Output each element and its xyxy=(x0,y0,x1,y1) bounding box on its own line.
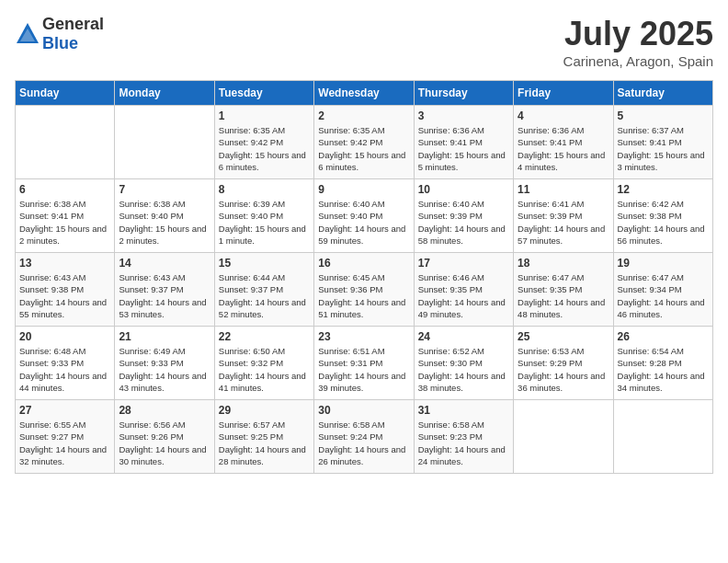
day-number: 12 xyxy=(618,183,709,196)
calendar-cell xyxy=(16,106,115,179)
calendar-cell: 2Sunrise: 6:35 AM Sunset: 9:42 PM Daylig… xyxy=(314,106,414,179)
day-info: Sunrise: 6:49 AM Sunset: 9:33 PM Dayligh… xyxy=(119,345,210,394)
calendar-cell: 16Sunrise: 6:45 AM Sunset: 9:36 PM Dayli… xyxy=(314,253,414,327)
day-info: Sunrise: 6:41 AM Sunset: 9:39 PM Dayligh… xyxy=(518,198,609,247)
day-number: 13 xyxy=(19,257,110,270)
calendar-cell: 29Sunrise: 6:57 AM Sunset: 9:25 PM Dayli… xyxy=(214,400,313,474)
day-number: 31 xyxy=(418,404,509,417)
calendar-week-row: 20Sunrise: 6:48 AM Sunset: 9:33 PM Dayli… xyxy=(16,327,713,400)
calendar-cell: 23Sunrise: 6:51 AM Sunset: 9:31 PM Dayli… xyxy=(314,327,414,400)
calendar-cell: 31Sunrise: 6:58 AM Sunset: 9:23 PM Dayli… xyxy=(414,400,513,474)
day-info: Sunrise: 6:36 AM Sunset: 9:41 PM Dayligh… xyxy=(418,124,509,173)
calendar-week-row: 27Sunrise: 6:55 AM Sunset: 9:27 PM Dayli… xyxy=(16,400,713,474)
day-number: 22 xyxy=(219,330,310,343)
day-info: Sunrise: 6:46 AM Sunset: 9:35 PM Dayligh… xyxy=(418,271,509,320)
day-number: 11 xyxy=(518,183,609,196)
day-info: Sunrise: 6:58 AM Sunset: 9:24 PM Dayligh… xyxy=(318,419,409,467)
day-info: Sunrise: 6:42 AM Sunset: 9:38 PM Dayligh… xyxy=(618,198,709,247)
calendar-cell: 12Sunrise: 6:42 AM Sunset: 9:38 PM Dayli… xyxy=(613,179,712,253)
calendar-cell: 27Sunrise: 6:55 AM Sunset: 9:27 PM Dayli… xyxy=(16,400,115,474)
day-info: Sunrise: 6:55 AM Sunset: 9:27 PM Dayligh… xyxy=(19,419,110,467)
calendar-cell xyxy=(514,400,613,474)
calendar-cell: 18Sunrise: 6:47 AM Sunset: 9:35 PM Dayli… xyxy=(514,253,613,327)
weekday-header-cell: Monday xyxy=(115,81,214,106)
month-title: July 2025 xyxy=(563,15,713,53)
day-info: Sunrise: 6:48 AM Sunset: 9:33 PM Dayligh… xyxy=(19,345,110,394)
calendar-cell: 9Sunrise: 6:40 AM Sunset: 9:40 PM Daylig… xyxy=(314,179,414,253)
day-info: Sunrise: 6:50 AM Sunset: 9:32 PM Dayligh… xyxy=(219,345,310,394)
weekday-header-cell: Saturday xyxy=(613,81,712,106)
day-info: Sunrise: 6:40 AM Sunset: 9:39 PM Dayligh… xyxy=(418,198,509,247)
day-info: Sunrise: 6:43 AM Sunset: 9:38 PM Dayligh… xyxy=(19,271,110,320)
day-info: Sunrise: 6:51 AM Sunset: 9:31 PM Dayligh… xyxy=(318,345,409,394)
day-info: Sunrise: 6:56 AM Sunset: 9:26 PM Dayligh… xyxy=(119,419,210,467)
day-number: 29 xyxy=(219,404,310,417)
calendar-cell xyxy=(613,400,712,474)
logo-icon xyxy=(15,21,40,47)
day-info: Sunrise: 6:36 AM Sunset: 9:41 PM Dayligh… xyxy=(518,124,609,173)
day-number: 8 xyxy=(219,183,310,196)
day-number: 16 xyxy=(318,257,409,270)
day-info: Sunrise: 6:35 AM Sunset: 9:42 PM Dayligh… xyxy=(318,124,409,173)
day-info: Sunrise: 6:45 AM Sunset: 9:36 PM Dayligh… xyxy=(318,271,409,320)
day-info: Sunrise: 6:58 AM Sunset: 9:23 PM Dayligh… xyxy=(418,419,509,467)
calendar-cell: 28Sunrise: 6:56 AM Sunset: 9:26 PM Dayli… xyxy=(115,400,214,474)
day-number: 20 xyxy=(19,330,110,343)
logo: General Blue xyxy=(15,15,104,53)
page-header: General Blue July 2025 Carinena, Aragon,… xyxy=(15,15,713,69)
day-number: 19 xyxy=(618,257,709,270)
calendar-cell: 7Sunrise: 6:38 AM Sunset: 9:40 PM Daylig… xyxy=(115,179,214,253)
calendar-cell: 24Sunrise: 6:52 AM Sunset: 9:30 PM Dayli… xyxy=(414,327,513,400)
calendar-cell: 6Sunrise: 6:38 AM Sunset: 9:41 PM Daylig… xyxy=(16,179,115,253)
calendar-cell: 14Sunrise: 6:43 AM Sunset: 9:37 PM Dayli… xyxy=(115,253,214,327)
day-number: 14 xyxy=(119,257,210,270)
weekday-header-cell: Tuesday xyxy=(214,81,313,106)
day-info: Sunrise: 6:40 AM Sunset: 9:40 PM Dayligh… xyxy=(318,198,409,247)
day-number: 15 xyxy=(219,257,310,270)
day-number: 4 xyxy=(518,109,609,122)
day-number: 30 xyxy=(318,404,409,417)
calendar-cell: 20Sunrise: 6:48 AM Sunset: 9:33 PM Dayli… xyxy=(16,327,115,400)
calendar-cell: 19Sunrise: 6:47 AM Sunset: 9:34 PM Dayli… xyxy=(613,253,712,327)
calendar-cell: 10Sunrise: 6:40 AM Sunset: 9:39 PM Dayli… xyxy=(414,179,513,253)
day-number: 10 xyxy=(418,183,509,196)
title-block: July 2025 Carinena, Aragon, Spain xyxy=(563,15,713,69)
day-number: 25 xyxy=(518,330,609,343)
weekday-header-row: SundayMondayTuesdayWednesdayThursdayFrid… xyxy=(16,81,713,106)
weekday-header-cell: Sunday xyxy=(16,81,115,106)
day-number: 6 xyxy=(19,183,110,196)
calendar-cell: 8Sunrise: 6:39 AM Sunset: 9:40 PM Daylig… xyxy=(214,179,313,253)
calendar-body: 1Sunrise: 6:35 AM Sunset: 9:42 PM Daylig… xyxy=(16,106,713,474)
day-info: Sunrise: 6:39 AM Sunset: 9:40 PM Dayligh… xyxy=(219,198,310,247)
calendar-cell: 25Sunrise: 6:53 AM Sunset: 9:29 PM Dayli… xyxy=(514,327,613,400)
day-number: 27 xyxy=(19,404,110,417)
calendar-cell: 17Sunrise: 6:46 AM Sunset: 9:35 PM Dayli… xyxy=(414,253,513,327)
calendar-table: SundayMondayTuesdayWednesdayThursdayFrid… xyxy=(15,80,713,474)
calendar-cell: 4Sunrise: 6:36 AM Sunset: 9:41 PM Daylig… xyxy=(514,106,613,179)
weekday-header-cell: Friday xyxy=(514,81,613,106)
day-number: 28 xyxy=(119,404,210,417)
logo-general-text: General xyxy=(42,15,104,33)
day-info: Sunrise: 6:57 AM Sunset: 9:25 PM Dayligh… xyxy=(219,419,310,467)
day-info: Sunrise: 6:38 AM Sunset: 9:41 PM Dayligh… xyxy=(19,198,110,247)
day-info: Sunrise: 6:53 AM Sunset: 9:29 PM Dayligh… xyxy=(518,345,609,394)
day-number: 5 xyxy=(618,109,709,122)
day-info: Sunrise: 6:54 AM Sunset: 9:28 PM Dayligh… xyxy=(618,345,709,394)
calendar-cell: 26Sunrise: 6:54 AM Sunset: 9:28 PM Dayli… xyxy=(613,327,712,400)
day-info: Sunrise: 6:52 AM Sunset: 9:30 PM Dayligh… xyxy=(418,345,509,394)
day-number: 24 xyxy=(418,330,509,343)
weekday-header-cell: Thursday xyxy=(414,81,513,106)
day-number: 7 xyxy=(119,183,210,196)
calendar-cell: 13Sunrise: 6:43 AM Sunset: 9:38 PM Dayli… xyxy=(16,253,115,327)
calendar-week-row: 13Sunrise: 6:43 AM Sunset: 9:38 PM Dayli… xyxy=(16,253,713,327)
logo-blue-text: Blue xyxy=(42,34,78,52)
day-number: 18 xyxy=(518,257,609,270)
day-info: Sunrise: 6:44 AM Sunset: 9:37 PM Dayligh… xyxy=(219,271,310,320)
day-number: 23 xyxy=(318,330,409,343)
calendar-cell: 5Sunrise: 6:37 AM Sunset: 9:41 PM Daylig… xyxy=(613,106,712,179)
calendar-cell: 30Sunrise: 6:58 AM Sunset: 9:24 PM Dayli… xyxy=(314,400,414,474)
weekday-header-cell: Wednesday xyxy=(314,81,414,106)
calendar-cell: 22Sunrise: 6:50 AM Sunset: 9:32 PM Dayli… xyxy=(214,327,313,400)
day-number: 17 xyxy=(418,257,509,270)
day-info: Sunrise: 6:38 AM Sunset: 9:40 PM Dayligh… xyxy=(119,198,210,247)
